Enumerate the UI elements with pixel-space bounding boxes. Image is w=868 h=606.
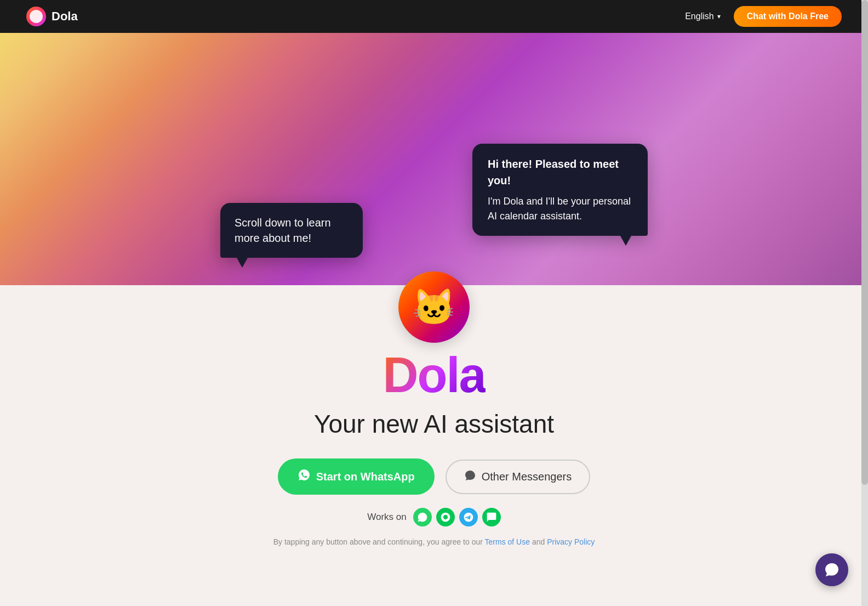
logo-icon: 🐱: [26, 7, 46, 26]
privacy-link[interactable]: Privacy Policy: [547, 537, 595, 546]
bubble-left: Scroll down to learn more about me!: [220, 203, 363, 258]
hero-section: Scroll down to learn more about me! Hi t…: [0, 33, 868, 307]
terms-link[interactable]: Terms of Use: [485, 537, 530, 546]
line-badge: [436, 508, 455, 526]
dola-wordmark: Dola: [382, 347, 485, 404]
cta-row: Start on WhatsApp Other Messengers: [278, 458, 591, 495]
svg-point-0: [30, 10, 43, 23]
telegram-badge: [459, 508, 478, 526]
speech-bubbles-row: Scroll down to learn more about me! Hi t…: [0, 33, 868, 269]
chat-icon: [464, 469, 476, 484]
dola-logo-circle: 🐱: [398, 271, 470, 343]
whatsapp-badge: [413, 508, 432, 526]
bubble-left-text: Scroll down to learn more about me!: [235, 217, 331, 244]
legal-text: By tapping any button above and continui…: [273, 537, 595, 546]
works-on-row: Works on: [367, 508, 501, 526]
content-section: 🐱 Dola Your new AI assistant Start on Wh…: [0, 307, 868, 579]
whatsapp-icon: [298, 468, 311, 485]
line2-badge: [482, 508, 501, 526]
language-selector[interactable]: English ▾: [685, 12, 720, 21]
whatsapp-button-label: Start on WhatsApp: [316, 471, 415, 483]
floating-chat-button[interactable]: [815, 553, 848, 586]
scrollbar[interactable]: [861, 0, 868, 606]
legal-prefix: By tapping any button above and continui…: [273, 537, 483, 546]
messenger-icons: [413, 508, 501, 526]
other-messengers-button[interactable]: Other Messengers: [446, 460, 591, 494]
main-content: Scroll down to learn more about me! Hi t…: [0, 0, 868, 606]
dola-cat-icon: 🐱: [412, 290, 456, 325]
logo-text: Dola: [52, 9, 78, 24]
language-label: English: [685, 12, 713, 21]
scrollbar-thumb[interactable]: [861, 0, 868, 485]
legal-and: and: [532, 537, 545, 546]
bubble-right-body: I'm Dola and I'll be your personal AI ca…: [488, 196, 631, 222]
tagline: Your new AI assistant: [314, 409, 554, 439]
header-right: English ▾ Chat with Dola Free: [685, 6, 842, 27]
start-on-whatsapp-button[interactable]: Start on WhatsApp: [278, 458, 435, 495]
other-messengers-label: Other Messengers: [482, 471, 572, 483]
logo-area[interactable]: 🐱 Dola: [26, 7, 78, 26]
header: 🐱 Dola English ▾ Chat with Dola Free: [0, 0, 868, 33]
bubble-right: Hi there! Pleased to meet you! I'm Dola …: [472, 144, 648, 236]
chevron-down-icon: ▾: [717, 13, 721, 20]
works-on-label: Works on: [367, 512, 407, 523]
chat-with-dola-button[interactable]: Chat with Dola Free: [734, 6, 842, 27]
bubble-right-title: Hi there! Pleased to meet you!: [488, 156, 632, 189]
